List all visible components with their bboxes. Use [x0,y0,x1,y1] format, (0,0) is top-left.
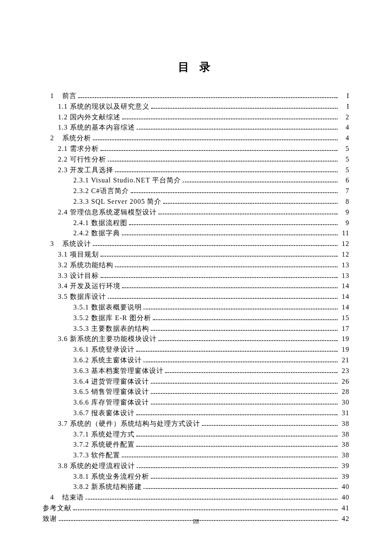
toc-entry-number: 1 [50,91,62,101]
toc-leader-dots [122,285,337,289]
toc-title: 目 录 [43,60,349,75]
toc-entry-label: 2.4.2 数据字典 [73,228,120,239]
toc-entry-number: 2 [50,133,62,144]
toc-entry: 2.4.2 数据字典11 [43,228,349,239]
toc-entry: 2.4 管理信息系统逻辑模型设计9 [43,207,349,218]
toc-entry-label: 2.3.3 SQL Server 2005 简介 [73,197,161,207]
toc-leader-dots [131,189,337,193]
toc-leader-dots [159,338,337,341]
toc-entry: 3.6.1 系统登录设计19 [43,344,349,355]
toc-entry-page: 30 [339,397,349,408]
toc-entry-page: 13 [339,271,349,281]
toc-entry-page: 11 [339,228,349,239]
toc-entry-label: 3.7.1 系统处理方式 [73,429,135,440]
toc-entry-page: I [339,91,349,101]
toc-leader-dots [137,464,337,468]
toc-entry-label: 系统分析 [62,133,91,144]
toc-entry: 3.6.4 进货管理窗体设计26 [43,376,349,387]
document-page: 目 录 1前言I1.1 系统的现状以及研究意义I1.2 国内外文献综述21.3 … [0,0,392,550]
toc-entry-label: 2.4 管理信息系统逻辑模型设计 [58,207,157,218]
toc-leader-dots [86,496,337,500]
toc-entry-page: 17 [339,324,349,334]
toc-entry-page: 31 [339,408,349,419]
toc-leader-dots [183,179,337,183]
toc-leader-dots [93,242,337,246]
toc-entry: 1前言I [43,91,349,101]
toc-entry-label: 3.7.2 系统硬件配置 [73,439,135,450]
toc-entry: 3.6.3 基本档案管理窗体设计23 [43,366,349,376]
toc-entry-label: 3.5.2 数据库 E-R 图分析 [73,313,151,324]
toc-leader-dots [73,506,337,510]
toc-entry-label: 3.8 系统的处理流程设计 [58,461,135,471]
toc-entry-page: 38 [339,439,349,450]
toc-entry: 3.8.1 系统业务流程分析39 [43,471,349,482]
toc-entry-page: I [339,101,349,112]
toc-entry-page: 4 [339,122,349,133]
toc-entry-label: 1.2 国内外文献综述 [58,112,121,123]
toc-entry-label: 前言 [62,91,77,101]
toc-entry-page: 8 [339,197,349,207]
toc-entry-page: 2 [339,112,349,123]
toc-leader-dots [129,221,337,225]
toc-entry-page: 38 [339,419,349,429]
toc-entry-label: 3.5.3 主要数据表的结构 [73,324,149,334]
toc-entry: 3.7.1 系统处理方式38 [43,429,349,440]
toc-entry-label: 3.6.5 销售管理窗体设计 [73,387,149,397]
toc-entry: 3.8.2 新系统结构搭建40 [43,482,349,492]
toc-leader-dots [151,380,337,384]
toc-entry: 3.4 开发及运行环境14 [43,281,349,292]
toc-leader-dots [101,274,337,278]
toc-entry: 3.2 系统功能结构13 [43,260,349,271]
toc-entry-label: 3.5.1 数据表概要说明 [73,302,142,313]
toc-leader-dots [136,433,337,436]
toc-leader-dots [159,211,337,214]
toc-leader-dots [151,105,337,109]
toc-entry: 4结束语40 [43,492,349,503]
toc-entry-page: 23 [339,366,349,376]
toc-leader-dots [101,253,337,257]
toc-entry-page: 19 [339,344,349,355]
toc-entry-page: 7 [339,186,349,197]
toc-entry-label: 2.3 开发工具选择 [58,165,113,176]
toc-leader-dots [122,232,337,236]
toc-entry-label: 3.5 数据库设计 [58,292,106,302]
toc-entry: 2系统分析4 [43,133,349,144]
toc-entry: 3系统设计12 [43,239,349,249]
toc-entry-label: 2.4.1 数据流程图 [73,218,127,228]
toc-entry: 3.6 新系统的主要功能模块设计19 [43,334,349,344]
toc-entry: 3.5.1 数据表概要说明14 [43,302,349,313]
toc-entry: 1.1 系统的现状以及研究意义I [43,101,349,112]
toc-entry-label: 2.3.1 Visual Studio.NET 平台简介 [73,175,181,186]
toc-entry-label: 1.3 系统的基本内容综述 [58,122,135,133]
toc-entry-page: 26 [339,376,349,387]
toc-entry-page: 15 [339,313,349,324]
toc-entry: 3.6.7 报表窗体设计31 [43,408,349,419]
toc-entry: 3.7.2 系统硬件配置38 [43,439,349,450]
toc-leader-dots [151,475,337,479]
toc-entry-label: 2.2 可行性分析 [58,154,106,165]
toc-entry-label: 3.6.1 系统登录设计 [73,344,135,355]
toc-entry-label: 3.2 系统功能结构 [58,260,113,271]
toc-entry-label: 2.3.2 C#语言简介 [73,186,129,197]
toc-entry-label: 3.6.2 系统主窗体设计 [73,355,142,366]
toc-entry: 3.3 设计目标13 [43,271,349,281]
toc-leader-dots [136,411,337,415]
toc-leader-dots [202,422,337,426]
table-of-contents: 1前言I1.1 系统的现状以及研究意义I1.2 国内外文献综述21.3 系统的基… [43,91,349,524]
toc-entry: 3.5.2 数据库 E-R 图分析15 [43,313,349,324]
toc-entry-page: 9 [339,218,349,228]
toc-leader-dots [136,348,337,352]
toc-entry-page: 14 [339,302,349,313]
toc-entry-label: 3.6.7 报表窗体设计 [73,408,135,419]
toc-leader-dots [137,126,337,130]
toc-leader-dots [101,147,337,151]
toc-leader-dots [78,94,337,98]
toc-entry: 2.3 开发工具选择5 [43,165,349,176]
toc-entry-page: 39 [339,461,349,471]
toc-entry-label: 3.6 新系统的主要功能模块设计 [58,334,157,344]
toc-entry: 3.5 数据库设计14 [43,292,349,302]
toc-leader-dots [165,369,337,373]
toc-entry: 3.7 系统的（硬件）系统结构与处理方式设计38 [43,419,349,429]
toc-entry: 2.4.1 数据流程图9 [43,218,349,228]
toc-leader-dots [144,306,337,309]
